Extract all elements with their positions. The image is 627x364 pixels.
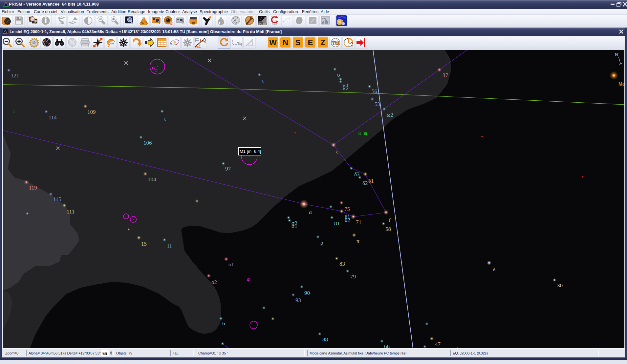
- svg-text:EQ: EQ: [200, 38, 206, 43]
- svg-text:93: 93: [295, 297, 301, 303]
- svg-text:111: 111: [67, 209, 75, 215]
- svg-text:121: 121: [11, 72, 19, 79]
- svg-text:79: 79: [350, 273, 356, 280]
- svg-text:3: 3: [182, 20, 184, 25]
- svg-text:S: S: [295, 38, 300, 47]
- svg-text:11: 11: [167, 243, 172, 249]
- svg-text:75: 75: [344, 206, 350, 212]
- svg-text:o2: o2: [211, 279, 217, 285]
- svg-text:ι: ι: [164, 116, 166, 122]
- svg-text:υ: υ: [337, 72, 340, 78]
- svg-text:88: 88: [322, 336, 328, 343]
- svg-text:τ: τ: [262, 78, 264, 84]
- svg-text:γ: γ: [388, 215, 391, 222]
- svg-text:109: 109: [87, 109, 96, 115]
- svg-text:1: 1: [158, 20, 161, 25]
- svg-text:TU: TU: [332, 40, 339, 46]
- svg-text:Mars: Mars: [618, 81, 624, 87]
- svg-text:W: W: [269, 38, 277, 47]
- svg-text:δ2: δ2: [362, 180, 368, 186]
- svg-text:ε: ε: [336, 149, 338, 155]
- svg-text:δ3: δ3: [354, 171, 360, 177]
- svg-text:81: 81: [334, 220, 340, 227]
- svg-text:CALIB: CALIB: [258, 22, 266, 26]
- svg-text:ω2: ω2: [387, 112, 393, 118]
- svg-text:FFT: FFT: [322, 17, 326, 19]
- svg-text:30: 30: [557, 282, 563, 289]
- svg-text:115: 115: [53, 196, 61, 202]
- svg-text:N: N: [283, 38, 288, 47]
- svg-text:15: 15: [141, 241, 147, 247]
- svg-text:106: 106: [143, 140, 152, 146]
- svg-text:α: α: [309, 209, 312, 215]
- svg-text:δ1: δ1: [368, 178, 374, 184]
- svg-text:π: π: [357, 238, 359, 244]
- svg-text:56: 56: [372, 88, 377, 94]
- svg-text:104: 104: [148, 176, 156, 183]
- svg-text:Z: Z: [320, 38, 325, 47]
- svg-text:90: 90: [304, 290, 310, 296]
- svg-text:119: 119: [29, 185, 37, 191]
- svg-text:6: 6: [222, 320, 225, 327]
- svg-text:47: 47: [435, 341, 441, 347]
- svg-text:N: N: [615, 52, 618, 57]
- svg-text:83: 83: [339, 261, 345, 267]
- svg-text:θ2: θ2: [345, 217, 350, 223]
- svg-text:37: 37: [443, 72, 448, 78]
- svg-text:114: 114: [49, 114, 57, 121]
- svg-text:97: 97: [225, 166, 231, 172]
- svg-text:58: 58: [385, 226, 391, 232]
- svg-text:λ: λ: [493, 266, 496, 272]
- svg-text:o1: o1: [228, 261, 234, 268]
- svg-text:E: E: [308, 38, 313, 47]
- svg-text:53: 53: [375, 101, 380, 107]
- svg-text:σ1: σ1: [292, 223, 297, 229]
- svg-text:M1 [m=6.4]: M1 [m=6.4]: [240, 149, 261, 154]
- svg-text:2: 2: [170, 20, 173, 26]
- svg-text:66: 66: [384, 343, 390, 348]
- svg-text:κ2: κ2: [343, 85, 349, 91]
- svg-text:71: 71: [356, 219, 361, 225]
- svg-text:ρ: ρ: [320, 240, 323, 246]
- svg-text:AZ: AZ: [195, 44, 201, 49]
